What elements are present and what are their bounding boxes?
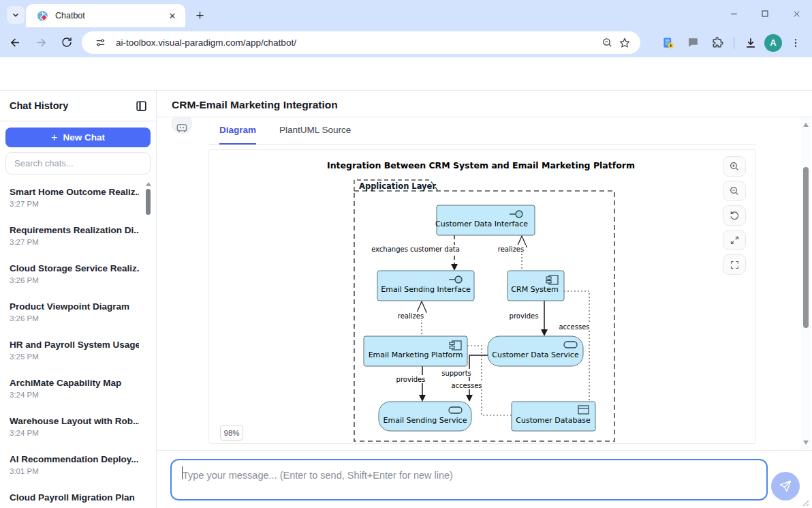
new-chat-button[interactable]: + New Chat — [5, 128, 151, 147]
tab-title: Chatbot — [55, 11, 166, 20]
divider — [0, 121, 157, 121]
svg-text:Email Marketing Platform: Email Marketing Platform — [369, 350, 463, 359]
chat-list-item[interactable]: Cloud Payroll Migration Plan — [0, 486, 144, 508]
chat-list-item[interactable]: ArchiMate Capability Map3:24 PM — [0, 372, 144, 410]
main-panel: CRM-Email Marketing Integration Diagram … — [157, 91, 812, 508]
sidebar-chat-history: Chat History + New Chat Smart Home Outco… — [0, 91, 157, 508]
service-icon — [449, 407, 462, 413]
reload-icon[interactable] — [56, 31, 78, 53]
chat-list-item[interactable]: Requirements Realization Di...3:27 PM — [0, 219, 144, 257]
forward-icon[interactable] — [30, 31, 52, 53]
chat-list-item[interactable]: AI Recommendation Deploy...3:01 PM — [0, 448, 144, 486]
extensions-row: A — [657, 31, 807, 54]
zoom-level-icon[interactable] — [598, 34, 616, 52]
edge-supports — [469, 355, 488, 395]
node-customer-database[interactable]: Customer Database — [512, 402, 595, 431]
search-chats-input[interactable] — [5, 152, 151, 175]
new-tab-button[interactable] — [191, 6, 208, 24]
message-input[interactable] — [170, 459, 768, 500]
downloads-icon[interactable] — [740, 32, 762, 54]
menu-kebab-icon[interactable] — [785, 32, 807, 54]
data-object-icon — [578, 406, 589, 414]
scroll-up-arrow[interactable] — [146, 182, 151, 186]
arrowhead — [466, 395, 473, 402]
diagram-card: Integration Between CRM System and Email… — [208, 149, 756, 444]
arrowhead — [541, 329, 548, 336]
tab-strip: Chatbot ✕ — [0, 0, 812, 27]
edge-label: realizes — [398, 312, 424, 320]
scroll-down-arrow[interactable] — [803, 440, 809, 445]
plus-icon: + — [51, 132, 57, 144]
arrowhead — [419, 395, 426, 402]
sidebar-scrollbar[interactable] — [145, 181, 152, 508]
app-header: Chatbot Powered by Visual Paradigm More … — [0, 57, 812, 91]
service-icon — [564, 342, 577, 348]
edge-label: accesses — [451, 382, 482, 389]
archimate-diagram: Integration Between CRM System and Email… — [209, 150, 755, 445]
chat-list-item[interactable]: Smart Home Outcome Realiz...3:27 PM — [0, 181, 144, 219]
node-email-sending-service[interactable]: Email Sending Service — [379, 402, 471, 431]
bookmark-star-icon[interactable] — [616, 34, 634, 52]
url-text: ai-toolbox.visual-paradigm.com/app/chatb… — [116, 38, 598, 48]
interface-icon — [455, 276, 462, 283]
diagram-controls — [723, 156, 746, 275]
comment-icon[interactable] — [682, 32, 704, 54]
reset-view-button[interactable] — [723, 205, 746, 226]
assistant-message: Diagram PlantUML Source Integration Betw… — [208, 125, 756, 444]
scroll-up-arrow[interactable] — [803, 123, 809, 127]
zoom-in-button[interactable] — [723, 156, 746, 177]
extensions-puzzle-icon[interactable] — [706, 32, 728, 54]
svg-text:Customer Database: Customer Database — [516, 416, 591, 425]
chat-messages-area: Diagram PlantUML Source Integration Betw… — [157, 117, 812, 450]
site-settings-icon[interactable] — [91, 34, 109, 52]
conversation-title: CRM-Email Marketing Integration — [172, 99, 338, 111]
address-bar[interactable]: ai-toolbox.visual-paradigm.com/app/chatb… — [82, 31, 640, 54]
tab-search-chevron-icon[interactable] — [7, 6, 25, 24]
chat-list-item[interactable]: Cloud Storage Service Realiz...3:26 PM — [0, 257, 144, 295]
message-composer — [157, 450, 812, 508]
edge-label: exchanges customer data — [371, 245, 460, 253]
tab-plantuml-source[interactable]: PlantUML Source — [279, 125, 351, 145]
node-email-marketing-platform[interactable]: Email Marketing Platform — [364, 336, 467, 366]
edge-label: provides — [396, 376, 426, 383]
toolbar-separator — [734, 37, 734, 49]
edge-label: provides — [510, 312, 539, 320]
browser-tab[interactable]: Chatbot ✕ — [26, 4, 185, 27]
resize-grip-icon[interactable] — [800, 497, 809, 507]
node-crm-system[interactable]: CRM System — [507, 271, 564, 301]
edge-label: accesses — [559, 323, 589, 331]
browser-chrome: Chatbot ✕ ai-toolbox.visual-paradigm.com… — [0, 0, 812, 57]
collapse-panel-icon[interactable] — [135, 100, 149, 113]
zoom-out-button[interactable] — [723, 181, 746, 201]
close-button[interactable] — [781, 0, 812, 27]
reading-list-icon[interactable] — [657, 32, 679, 54]
group-label: Application Layer — [359, 181, 436, 191]
chat-list-item[interactable]: Product Viewpoint Diagram3:26 PM — [0, 295, 144, 333]
expand-button[interactable] — [723, 230, 746, 250]
chat-list-item[interactable]: Warehouse Layout with Rob...3:24 PM — [0, 410, 144, 448]
scroll-thumb[interactable] — [146, 189, 151, 215]
back-icon[interactable] — [4, 31, 26, 53]
svg-text:Customer Data Service: Customer Data Service — [492, 350, 579, 359]
profile-avatar[interactable]: A — [764, 34, 782, 52]
maximize-button[interactable] — [749, 0, 781, 27]
node-customer-data-interface[interactable]: Customer Data Interface — [435, 205, 535, 235]
send-button[interactable] — [771, 472, 800, 500]
fit-screen-button[interactable] — [723, 254, 746, 275]
node-customer-data-service[interactable]: Customer Data Service — [488, 336, 583, 366]
svg-text:CRM System: CRM System — [511, 285, 558, 294]
zoom-level-badge: 98% — [220, 425, 243, 440]
edge-label: supports — [441, 370, 471, 377]
node-email-sending-interface[interactable]: Email Sending Interface — [377, 271, 474, 301]
svg-text:Email Sending Service: Email Sending Service — [384, 416, 467, 425]
tab-close-icon[interactable]: ✕ — [166, 10, 178, 22]
favicon-visual-paradigm — [37, 10, 48, 22]
tab-diagram[interactable]: Diagram — [219, 125, 256, 145]
chat-list-item[interactable]: HR and Payroll System Usage3:25 PM — [0, 333, 144, 372]
realization-triangle — [417, 301, 426, 312]
content-scrollbar[interactable] — [801, 117, 811, 450]
window-controls — [718, 0, 812, 27]
scroll-thumb[interactable] — [803, 167, 809, 328]
minimize-button[interactable] — [718, 0, 749, 27]
assistant-avatar — [172, 117, 192, 134]
